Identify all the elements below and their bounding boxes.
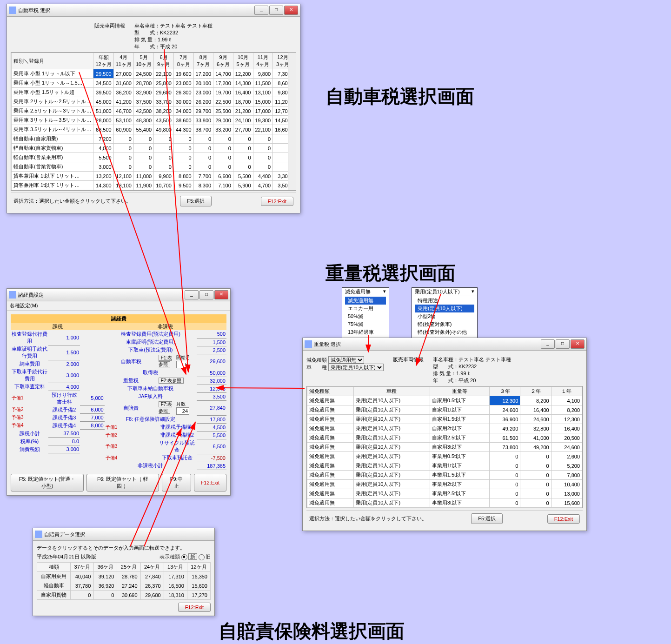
cell[interactable]: 46,700: [113, 106, 133, 116]
cell[interactable]: 0: [253, 134, 273, 144]
table-row[interactable]: 貸客兼用車 1t以下 1リット…13,20012,10011,0009,9008…: [12, 172, 296, 181]
cell[interactable]: 30,690: [117, 591, 140, 600]
cell[interactable]: 36,920: [94, 581, 117, 591]
cell[interactable]: 0: [489, 480, 520, 489]
cell[interactable]: 26,200: [193, 97, 213, 106]
cell[interactable]: 4,700: [253, 181, 273, 190]
cell[interactable]: 19,300: [253, 116, 273, 125]
cell[interactable]: 減免適用無: [307, 471, 354, 480]
cell[interactable]: 軽自動車(自家用乗): [12, 134, 93, 144]
cell[interactable]: 60,900: [113, 125, 133, 134]
cell[interactable]: 0: [253, 162, 273, 172]
vertical-scrollbar[interactable]: [288, 53, 296, 190]
cell[interactable]: 貸客兼用車 1t以下 1リット…: [12, 181, 93, 190]
cell[interactable]: 乗用(定員10人以下): [353, 471, 430, 480]
cell[interactable]: 33,700: [154, 97, 174, 106]
cell[interactable]: 38,200: [154, 106, 174, 116]
cell[interactable]: 0: [520, 461, 551, 471]
cell[interactable]: 減免適用無: [307, 433, 354, 443]
cell[interactable]: 32,800: [520, 424, 551, 433]
table-row[interactable]: 乗用車 小型 1.5リットル超39,50036,20032,90029,6002…: [12, 88, 296, 97]
cell[interactable]: 事業用2t以下: [430, 480, 489, 489]
cell[interactable]: 0: [173, 144, 193, 153]
cell[interactable]: 貸客兼用車 1t以下 1リット…: [12, 172, 93, 181]
cell[interactable]: 4,400: [253, 172, 273, 181]
cell[interactable]: 49,200: [520, 443, 551, 452]
cell[interactable]: 24,500: [133, 69, 153, 79]
fee-label[interactable]: 預けり行政書士料: [48, 391, 80, 406]
cell[interactable]: 減免適用無: [307, 443, 354, 452]
cell[interactable]: 0: [489, 489, 520, 498]
fee-label[interactable]: 下取車預託金: [158, 454, 197, 462]
cell[interactable]: 減免適用無: [307, 480, 354, 489]
cell[interactable]: 0: [233, 144, 253, 153]
fee-value[interactable]: 4,000: [48, 383, 80, 391]
cell[interactable]: 41,200: [113, 97, 133, 106]
titlebar[interactable]: 自動車税 選択 _ □ ✕: [7, 4, 300, 17]
cell[interactable]: 0: [213, 162, 233, 172]
cell[interactable]: 乗用(定員10人以下): [353, 452, 430, 461]
cell[interactable]: 39,120: [94, 572, 117, 581]
cell[interactable]: 0: [193, 153, 213, 162]
menu-settings[interactable]: 各種設定(M): [10, 303, 38, 308]
cell[interactable]: 27,840: [140, 572, 164, 581]
fee-value[interactable]: 1,500: [197, 338, 226, 346]
cell[interactable]: 6,600: [213, 172, 233, 181]
table-row[interactable]: 自家用乗用40,04039,12028,78027,84017,31016,35…: [37, 572, 211, 581]
cell[interactable]: 23,000: [173, 79, 193, 88]
cell[interactable]: 24,600: [520, 415, 551, 424]
cell[interactable]: 24,600: [551, 443, 582, 452]
cell[interactable]: 自家用0.5t以下: [430, 396, 489, 405]
cell[interactable]: 乗用(定員10人以下): [353, 461, 430, 471]
cell[interactable]: 自家用乗用: [37, 572, 71, 581]
cell[interactable]: 36,200: [113, 88, 133, 97]
cell[interactable]: 17,200: [193, 69, 213, 79]
cell[interactable]: 22,100: [154, 69, 174, 79]
cell[interactable]: 26,300: [173, 88, 193, 97]
cell[interactable]: 9,800: [253, 69, 273, 79]
cell[interactable]: 8,300: [193, 181, 213, 190]
cell[interactable]: 12,300: [551, 415, 582, 424]
f9-cancel-button[interactable]: F9:中止: [162, 474, 191, 491]
cell[interactable]: 自家用2.5t以下: [430, 433, 489, 443]
cell[interactable]: 乗用車 小型 1リットル～1.5…: [12, 79, 93, 88]
cell[interactable]: 0: [520, 471, 551, 480]
minimize-button[interactable]: _: [541, 339, 555, 349]
cell[interactable]: 17,200: [213, 79, 233, 88]
dropdown-item[interactable]: 特種用途: [415, 297, 474, 305]
cell[interactable]: 0: [173, 162, 193, 172]
cell[interactable]: 乗用車 2リットル～2.5リットル…: [12, 97, 93, 106]
titlebar[interactable]: 諸経費設定 _ □ ✕: [7, 289, 230, 301]
cell[interactable]: 0: [71, 591, 94, 600]
cell[interactable]: 16,400: [520, 405, 551, 415]
cell[interactable]: 0: [133, 153, 153, 162]
cell[interactable]: 0: [489, 498, 520, 508]
fee-value[interactable]: 7,000: [80, 414, 105, 422]
cell[interactable]: 0: [154, 144, 174, 153]
cell[interactable]: 乗用(定員10人以下): [353, 424, 430, 433]
cell[interactable]: 自家用貨物: [37, 591, 71, 600]
cell[interactable]: 27,000: [113, 69, 133, 79]
cell[interactable]: 0: [193, 144, 213, 153]
cell[interactable]: 4,100: [551, 396, 582, 405]
cell[interactable]: 15,600: [187, 581, 210, 591]
cell[interactable]: 29,700: [193, 106, 213, 116]
cell[interactable]: 12,200: [233, 69, 253, 79]
cell[interactable]: 53,100: [113, 116, 133, 125]
cell[interactable]: 15,000: [253, 97, 273, 106]
cell[interactable]: 11,900: [133, 181, 153, 190]
dropdown-item[interactable]: エコカー用: [345, 305, 386, 312]
cell[interactable]: 29,600: [154, 88, 174, 97]
cell[interactable]: 事業用3t以下: [430, 498, 489, 508]
fee-value[interactable]: 187,385: [197, 462, 226, 470]
f12-exit-button[interactable]: F12:Exit: [178, 603, 211, 612]
cell[interactable]: 48,300: [133, 116, 153, 125]
close-button[interactable]: ✕: [571, 339, 585, 349]
cell[interactable]: 28,000: [93, 116, 113, 125]
table-row[interactable]: 減免適用無乗用(定員10人以下)自家用2t以下49,20032,80016,40…: [307, 424, 582, 433]
cell[interactable]: 12,300: [489, 396, 520, 405]
cell[interactable]: 自家用2t以下: [430, 424, 489, 433]
fee-value[interactable]: 2,500: [197, 346, 226, 354]
cell[interactable]: 55,400: [133, 125, 153, 134]
cell[interactable]: 乗用(定員10人以下): [353, 443, 430, 452]
